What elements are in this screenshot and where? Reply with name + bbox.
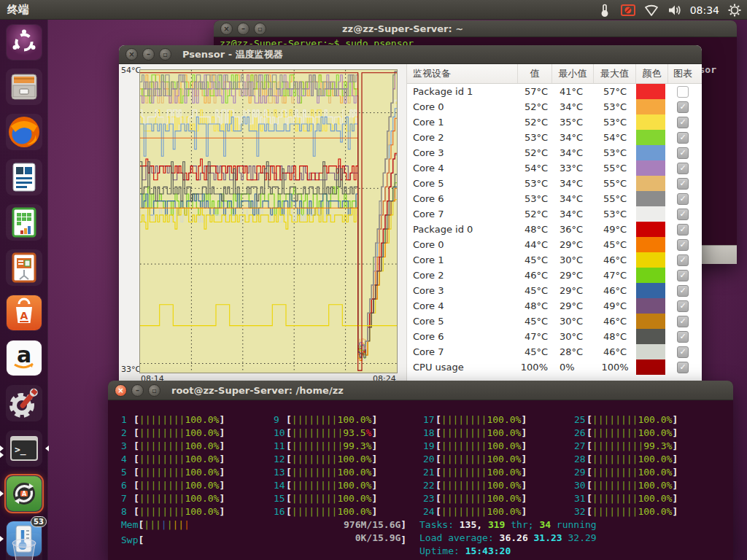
header-color[interactable]: 颜色	[636, 64, 668, 83]
sensor-color-swatch[interactable]	[636, 298, 668, 314]
sensor-color-swatch[interactable]	[636, 329, 668, 344]
minimize-button[interactable]: –	[131, 384, 144, 397]
graph-checkbox[interactable]: ✓	[668, 206, 697, 222]
graph-checkbox[interactable]: ✓	[668, 298, 697, 314]
clock[interactable]: 08:34	[690, 4, 719, 16]
sensor-color-swatch[interactable]	[636, 314, 668, 329]
header-device[interactable]: 监视设备	[407, 64, 518, 83]
table-row[interactable]: Package id 048°C36°C49°C✓	[407, 222, 702, 237]
table-row[interactable]: Core 145°C30°C46°C✓	[407, 252, 702, 268]
sensor-color-swatch[interactable]	[636, 283, 668, 298]
bgterm-titlebar[interactable]: × – ▫ zz@zz-Super-Server: ~	[214, 20, 737, 37]
launcher-icon-terminal[interactable]: >_	[6, 430, 42, 467]
graph-checkbox[interactable]: ✓	[668, 114, 697, 130]
sensor-color-swatch[interactable]	[636, 344, 668, 359]
launcher-icon-libreoffice-writer[interactable]	[6, 159, 42, 195]
graph-checkbox[interactable]: ✓	[668, 191, 697, 206]
table-row[interactable]: Core 647°C30°C48°C✓	[407, 329, 702, 344]
launcher-icon-software-updater[interactable]: A	[6, 475, 42, 512]
minimize-button[interactable]: –	[237, 23, 249, 35]
volume-icon[interactable]	[667, 2, 683, 18]
table-row[interactable]: Core 152°C35°C53°C✓	[407, 114, 702, 130]
table-row[interactable]: Core 745°C28°C46°C✓	[407, 344, 702, 359]
header-value[interactable]: 值	[518, 64, 552, 83]
header-graph[interactable]: 图表	[668, 64, 697, 83]
launcher-icon-dash[interactable]	[6, 24, 42, 61]
table-row[interactable]: Core 352°C34°C53°C✓	[407, 145, 702, 160]
sensor-color-swatch[interactable]	[636, 99, 668, 114]
graph-checkbox[interactable]: ✓	[668, 130, 697, 145]
table-row[interactable]: Core 454°C33°C55°C✓	[407, 160, 702, 176]
header-min[interactable]: 最小值	[552, 64, 594, 83]
sensor-color-swatch[interactable]	[636, 145, 668, 160]
graph-checkbox[interactable]: ✓	[668, 268, 697, 283]
maximize-button[interactable]: ▫	[148, 384, 160, 397]
header-max[interactable]: 最大值	[594, 64, 636, 83]
launcher-icon-ubuntu-software[interactable]: A	[6, 295, 42, 331]
htop-titlebar[interactable]: × – ▫ root@zz-Super-Server: /home/zz	[108, 381, 733, 400]
launcher-icon-amazon[interactable]: a	[6, 340, 42, 376]
network-icon[interactable]	[643, 2, 659, 18]
sensor-color-swatch[interactable]	[636, 237, 668, 252]
table-row[interactable]: Core 345°C29°C46°C✓	[407, 283, 702, 298]
graph-checkbox[interactable]: ✓	[668, 314, 697, 329]
table-row[interactable]: Core 253°C34°C54°C✓	[407, 130, 702, 145]
table-row[interactable]: Core 653°C34°C55°C✓	[407, 191, 702, 206]
launcher-icon-firefox[interactable]	[6, 114, 42, 150]
graph-checkbox[interactable]: ✓	[668, 252, 697, 268]
close-button[interactable]: ×	[115, 384, 127, 397]
graph-checkbox[interactable]: ✓	[668, 145, 697, 160]
table-row[interactable]: Core 246°C29°C47°C✓	[407, 268, 702, 283]
sensor-color-swatch[interactable]	[636, 222, 668, 237]
window-psensor: × – ▫ Psensor - 温度监视器 54°C 33°C 08:14 08…	[119, 45, 702, 386]
graph-checkbox[interactable]: ✓	[668, 359, 697, 375]
launcher-icon-trash[interactable]	[6, 533, 42, 560]
table-row[interactable]: CPU usage100%0%100%✓	[407, 359, 702, 375]
graph-checkbox[interactable]: ✓	[668, 176, 697, 191]
sensor-color-swatch[interactable]	[636, 130, 668, 145]
close-button[interactable]: ×	[220, 23, 233, 35]
sensor-color-swatch[interactable]	[636, 206, 668, 222]
graph-checkbox[interactable]: ✓	[668, 344, 697, 359]
graph-checkbox[interactable]: ✓	[668, 222, 697, 237]
minimize-button[interactable]: –	[142, 48, 155, 61]
table-row[interactable]: Core 052°C34°C53°C✓	[407, 99, 702, 114]
graph-checkbox[interactable]: ✓	[668, 237, 697, 252]
table-row[interactable]: Core 752°C34°C53°C✓	[407, 206, 702, 222]
table-row[interactable]: Core 044°C29°C45°C✓	[407, 237, 702, 252]
sensor-color-swatch[interactable]	[636, 359, 668, 375]
sensor-color-swatch[interactable]	[636, 176, 668, 191]
sensor-value: 52°C	[518, 99, 552, 114]
record-blocked-icon[interactable]	[620, 2, 636, 18]
temperature-chart-pane: 54°C 33°C 08:14 08:24	[119, 64, 406, 386]
sensor-color-swatch[interactable]	[636, 252, 668, 268]
launcher-icon-libreoffice-impress[interactable]	[6, 249, 42, 286]
thermometer-icon[interactable]	[597, 2, 613, 18]
psensor-titlebar[interactable]: × – ▫ Psensor - 温度监视器	[119, 45, 702, 64]
graph-checkbox[interactable]: ✓	[668, 283, 697, 298]
graph-checkbox[interactable]: ✓	[668, 329, 697, 344]
table-row[interactable]: Core 553°C34°C55°C✓	[407, 176, 702, 191]
table-row[interactable]: Package id 157°C41°C57°C	[407, 84, 702, 99]
sensor-color-swatch[interactable]	[636, 268, 668, 283]
session-gear-icon[interactable]	[727, 2, 743, 18]
graph-checkbox[interactable]: ✓	[668, 99, 697, 114]
sensor-max: 46°C	[594, 283, 636, 298]
close-button[interactable]: ×	[125, 48, 138, 61]
sensor-color-swatch[interactable]	[636, 191, 668, 206]
launcher-icon-system-settings[interactable]	[6, 385, 42, 421]
launcher-icon-files[interactable]	[6, 69, 42, 105]
table-row[interactable]: Core 448°C29°C49°C✓	[407, 298, 702, 314]
launcher-icon-libreoffice-calc[interactable]	[6, 204, 42, 241]
sensor-color-swatch[interactable]	[636, 84, 668, 99]
maximize-button[interactable]: ▫	[254, 23, 266, 35]
sensor-color-swatch[interactable]	[636, 160, 668, 176]
graph-checkbox[interactable]	[668, 84, 697, 99]
maximize-button[interactable]: ▫	[159, 48, 171, 61]
app-menu-label[interactable]: 终端	[7, 3, 29, 17]
sensor-color-swatch[interactable]	[636, 114, 668, 130]
cpu-meter: 9[||||||||100.0%]	[274, 414, 377, 425]
sensor-max: 53°C	[594, 114, 636, 130]
graph-checkbox[interactable]: ✓	[668, 160, 697, 176]
table-row[interactable]: Core 545°C30°C46°C✓	[407, 314, 702, 329]
